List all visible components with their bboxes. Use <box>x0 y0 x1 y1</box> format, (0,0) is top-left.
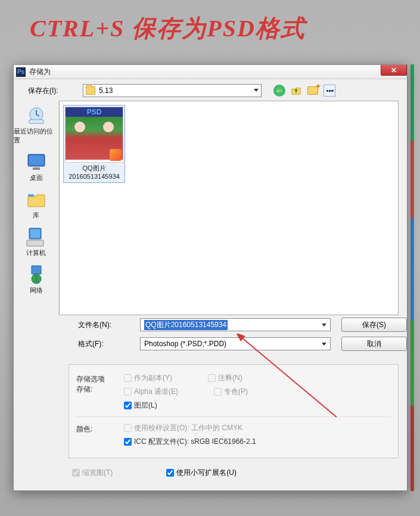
color-label: 颜色: <box>76 423 124 434</box>
location-value: 5.13 <box>99 86 113 95</box>
save-as-dialog: Ps 存储为 ✕ 保存在(I): 5.13 ← ✦ <box>13 64 407 491</box>
close-icon: ✕ <box>391 66 397 74</box>
desktop-icon <box>26 152 47 172</box>
psd-badge: PSD <box>66 107 123 117</box>
folder-icon <box>86 86 95 95</box>
view-menu-button[interactable] <box>323 85 335 97</box>
file-list-area[interactable]: PSD QQ图片 20160513145934 <box>59 101 399 315</box>
notes-checkbox: 注释(N) <box>208 373 242 383</box>
dialog-title: 存储为 <box>29 67 51 77</box>
place-label: 库 <box>33 211 39 220</box>
place-library[interactable]: 库 <box>14 187 58 222</box>
thumbnail-checkbox: 缩览图(T) <box>72 468 113 478</box>
place-network[interactable]: 网络 <box>14 262 58 297</box>
lowercase-ext-checkbox[interactable]: 使用小写扩展名(U) <box>166 468 237 478</box>
annotation-text: CTRL+S 保存为PSD格式 <box>30 12 306 45</box>
format-value: Photoshop (*.PSD;*.PDD) <box>144 340 226 348</box>
options-title: 存储选项 存储: <box>76 373 124 394</box>
up-folder-button[interactable] <box>290 85 302 97</box>
right-color-strip <box>410 64 414 491</box>
corner-badge-icon <box>110 149 122 161</box>
spot-checkbox: 专色(P) <box>214 387 248 397</box>
titlebar: Ps 存储为 ✕ <box>14 65 407 79</box>
chevron-down-icon <box>331 90 334 92</box>
thumbnail-preview: PSD <box>65 107 123 163</box>
place-label: 最近访问的位置 <box>14 127 58 145</box>
back-arrow-icon: ← <box>275 86 284 95</box>
library-icon <box>26 189 47 210</box>
dialog-body: 最近访问的位置 桌面 库 计算机 <box>14 101 407 315</box>
close-button[interactable]: ✕ <box>381 65 407 76</box>
thumbnail-ext-row: 缩览图(T) 使用小写扩展名(U) <box>72 468 399 478</box>
place-desktop[interactable]: 桌面 <box>14 150 58 185</box>
svg-rect-5 <box>28 194 34 197</box>
filename-format-area: 文件名(N): QQ图片20160513145934 保存(S) 格式(F): … <box>14 315 407 353</box>
computer-icon <box>26 227 47 247</box>
file-thumbnail[interactable]: PSD QQ图片 20160513145934 <box>63 105 125 183</box>
proof-checkbox: 使用校样设置(O): 工作中的 CMYK <box>124 423 256 433</box>
chevron-down-icon <box>322 343 326 346</box>
cancel-button[interactable]: 取消 <box>341 337 407 351</box>
save-button[interactable]: 保存(S) <box>341 318 407 332</box>
svg-rect-4 <box>33 167 40 170</box>
svg-rect-9 <box>32 266 41 274</box>
place-label: 计算机 <box>26 248 46 257</box>
photoshop-icon: Ps <box>16 67 26 77</box>
filename-value: QQ图片20160513145934 <box>144 320 228 330</box>
format-dropdown[interactable]: Photoshop (*.PSD;*.PDD) <box>140 337 331 350</box>
location-label: 保存在(I): <box>28 86 79 96</box>
icc-checkbox[interactable]: ICC 配置文件(C): sRGB IEC61966-2.1 <box>124 437 256 447</box>
sparkle-icon: ✦ <box>315 82 321 91</box>
place-label: 网络 <box>30 286 43 295</box>
svg-rect-3 <box>29 156 43 165</box>
alpha-checkbox: Alpha 通道(E) <box>124 387 178 397</box>
place-label: 桌面 <box>30 173 43 182</box>
save-options-box: 存储选项 存储: 作为副本(Y) 注释(N) Alpha 通道(E) 专色(P)… <box>69 364 399 458</box>
filename-label: 文件名(N): <box>78 320 129 330</box>
location-row: 保存在(I): 5.13 ← ✦ <box>14 79 407 101</box>
layers-checkbox[interactable]: 图层(L) <box>124 400 248 411</box>
filename-input[interactable]: QQ图片20160513145934 <box>140 318 331 331</box>
svg-rect-8 <box>27 240 43 246</box>
location-dropdown[interactable]: 5.13 <box>83 84 262 97</box>
back-button[interactable]: ← <box>273 85 285 97</box>
thumbnail-caption: QQ图片 20160513145934 <box>65 164 123 181</box>
chevron-down-icon <box>322 324 326 327</box>
recent-icon <box>26 105 47 126</box>
place-recent[interactable]: 最近访问的位置 <box>14 103 58 147</box>
network-icon <box>26 265 47 285</box>
svg-rect-7 <box>30 229 40 238</box>
grid-dot-icon <box>326 90 328 92</box>
format-label: 格式(F): <box>78 339 129 349</box>
place-computer[interactable]: 计算机 <box>14 225 58 260</box>
svg-rect-1 <box>29 120 43 123</box>
new-folder-button[interactable]: ✦ <box>307 85 319 97</box>
nav-toolbar: ← ✦ <box>273 85 335 97</box>
places-sidebar: 最近访问的位置 桌面 库 计算机 <box>14 101 59 315</box>
chevron-down-icon <box>254 89 259 92</box>
up-folder-icon <box>291 85 301 96</box>
as-copy-checkbox[interactable]: 作为副本(Y) <box>124 373 172 383</box>
